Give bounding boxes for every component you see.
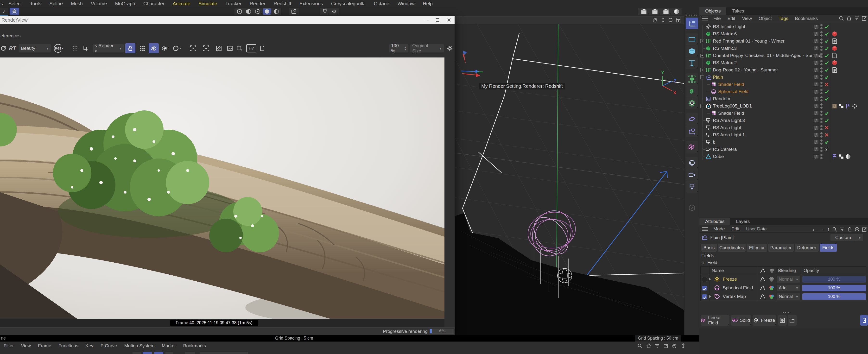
visibility-dots[interactable]: [820, 74, 823, 80]
menu-spline[interactable]: Spline: [45, 1, 67, 6]
renderview-menu-fragment[interactable]: eferences: [0, 33, 21, 39]
home-icon[interactable]: [646, 343, 651, 349]
object-row-selected[interactable]: −Plain: [700, 73, 868, 81]
expand-arrow-icon[interactable]: [709, 295, 711, 298]
tab-parameter[interactable]: Parameter: [768, 244, 794, 252]
collapse-icon[interactable]: −: [701, 104, 704, 108]
menu-select[interactable]: Select: [4, 1, 26, 6]
remap-curve-icon[interactable]: [759, 285, 766, 291]
object-row[interactable]: −TreeLog005_LOD1: [700, 102, 868, 110]
object-row[interactable]: RS Matrix.6: [700, 30, 868, 37]
enabled-check-icon[interactable]: [824, 32, 829, 36]
filter-icon[interactable]: [854, 15, 859, 21]
enabled-check-icon[interactable]: [824, 140, 829, 144]
model-mode-button[interactable]: [263, 8, 271, 15]
zoom-value-field[interactable]: 100 %▲▼: [389, 44, 408, 53]
filter-icon[interactable]: [655, 343, 660, 349]
object-label[interactable]: Shader Field: [718, 110, 744, 116]
timeline-button-fragment[interactable]: [185, 352, 195, 354]
visibility-dots[interactable]: [820, 96, 823, 101]
field-row[interactable]: ◇ Field: [701, 260, 717, 265]
object-label[interactable]: Dog-Rose 02 - Young - Summer: [713, 67, 778, 73]
menu-redshift[interactable]: Redshift: [270, 1, 296, 6]
disabled-x-icon[interactable]: [824, 82, 829, 87]
timeline-button-fragment[interactable]: [132, 352, 141, 354]
panel-menu-icon[interactable]: [702, 227, 708, 231]
object-row[interactable]: Shader Field: [700, 81, 868, 88]
tl-menu-frame[interactable]: Frame: [34, 343, 55, 349]
object-row[interactable]: +Dog-Rose 02 - Young - Summer: [700, 66, 868, 73]
menu-simulate[interactable]: Simulate: [194, 1, 221, 6]
visibility-dots[interactable]: [820, 154, 823, 159]
opacity-bar[interactable]: 100 %: [802, 285, 866, 291]
annotation-tag-icon[interactable]: [832, 67, 837, 73]
field-name[interactable]: Vertex Map: [723, 294, 746, 299]
camera-object-button[interactable]: [686, 169, 698, 181]
object-label[interactable]: Red Frangipani 01 - Young - Winter: [713, 38, 784, 44]
bend-deformer-button[interactable]: [686, 113, 698, 125]
layer-swatch[interactable]: [814, 83, 818, 86]
maximize-button[interactable]: [432, 16, 443, 24]
axis-gear-button[interactable]: [289, 8, 298, 15]
om-menu-object[interactable]: Object: [755, 16, 775, 21]
render-settings-button[interactable]: [661, 8, 671, 15]
object-label[interactable]: RS Area Light.1: [713, 132, 745, 137]
object-label[interactable]: RS Area Light.3: [713, 118, 745, 123]
alpha-checker-tag-icon[interactable]: [838, 103, 844, 109]
layer-swatch[interactable]: [814, 68, 818, 72]
field-item-row[interactable]: Vertex Map Normal▼ 100 %: [701, 292, 866, 301]
text-object-button[interactable]: [686, 58, 698, 69]
enabled-check-icon[interactable]: [824, 53, 829, 58]
phong-tag-icon[interactable]: [832, 154, 837, 159]
add-freeze-button[interactable]: Freeze: [752, 315, 776, 326]
layer-swatch[interactable]: [814, 119, 818, 122]
move-tool-button[interactable]: [686, 18, 698, 29]
layer-swatch[interactable]: [814, 54, 818, 58]
texture-mode-button[interactable]: [272, 8, 280, 15]
points-mode-button[interactable]: [236, 8, 244, 15]
layer-swatch[interactable]: [814, 25, 818, 29]
enabled-check-icon[interactable]: [824, 60, 829, 65]
object-row[interactable]: RS Matrix.2: [700, 59, 868, 66]
back-arrow-icon[interactable]: ←: [812, 226, 817, 232]
visibility-dots[interactable]: [820, 132, 823, 137]
layer-swatch[interactable]: [814, 133, 818, 137]
layer-swatch[interactable]: [814, 104, 818, 108]
om-menu-bookmarks[interactable]: Bookmarks: [792, 16, 821, 21]
color-blend-icon[interactable]: [768, 285, 775, 291]
visibility-dots[interactable]: [820, 38, 823, 44]
enabled-check-icon[interactable]: [824, 96, 829, 101]
render-picture-viewer-button[interactable]: [650, 8, 660, 15]
object-label[interactable]: Shader Field: [718, 82, 744, 87]
region-render-icon[interactable]: [188, 43, 198, 54]
enabled-check-icon[interactable]: [824, 118, 829, 123]
crop-icon[interactable]: [81, 43, 90, 54]
region-expand-icon[interactable]: [201, 43, 211, 54]
tab-deformer[interactable]: Deformer: [795, 244, 819, 252]
transparency-icon[interactable]: [214, 43, 223, 54]
color-blend-icon[interactable]: [768, 276, 775, 283]
object-row[interactable]: Cube: [700, 153, 868, 160]
cube-primitive-button[interactable]: [686, 45, 698, 57]
tab-layers[interactable]: Layers: [730, 218, 755, 225]
layer-swatch[interactable]: [814, 39, 818, 43]
object-label[interactable]: RS Camera: [713, 147, 737, 152]
forward-arrow-icon[interactable]: →: [819, 226, 825, 232]
material-sphere-tag-icon[interactable]: [845, 154, 851, 159]
opacity-bar[interactable]: 100 %: [802, 276, 866, 283]
edit-box-icon[interactable]: [862, 15, 867, 21]
menu-extensions[interactable]: Extensions: [296, 1, 327, 6]
object-label[interactable]: RS Matrix.3: [713, 46, 737, 51]
menu-octane[interactable]: Octane: [370, 1, 393, 6]
preset-dropdown[interactable]: Custom: [831, 234, 856, 241]
layer-swatch[interactable]: [814, 126, 818, 130]
search-icon[interactable]: [637, 343, 643, 349]
tl-menu-bookmarks[interactable]: Bookmarks: [180, 343, 210, 349]
world-coordinates-button[interactable]: [10, 8, 19, 15]
copy-page-icon[interactable]: [258, 43, 266, 54]
to-picture-viewer-button[interactable]: PV: [246, 44, 256, 53]
object-label[interactable]: Cube: [713, 154, 724, 159]
annotation-tag-icon[interactable]: [832, 38, 837, 44]
timeline-button-fragment[interactable]: [165, 352, 173, 354]
object-row[interactable]: RS Camera: [700, 146, 868, 153]
